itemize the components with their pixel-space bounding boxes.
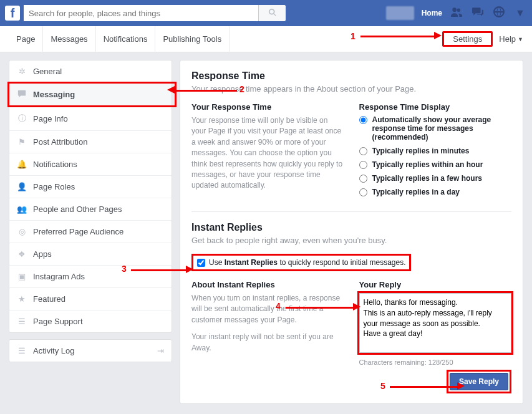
sidebar-item-label: Featured xyxy=(33,294,65,304)
avatar[interactable] xyxy=(386,6,414,20)
sidebar-item-apps[interactable]: ❖ Apps xyxy=(9,243,172,266)
radio-minutes[interactable]: Typically replies in minutes xyxy=(359,147,512,155)
sidebar-item-page-info[interactable]: ⓘ Page Info xyxy=(9,107,172,131)
checkbox-label: Use Instant Replies to quickly respond t… xyxy=(209,258,405,267)
instant-replies-checkbox[interactable] xyxy=(197,259,205,267)
char-remaining: Characters remaining: 128/250 xyxy=(359,359,512,366)
sidebar-item-label: Messaging xyxy=(33,90,75,99)
page-tabbar: Page Messages Notifications Publishing T… xyxy=(0,26,532,52)
sidebar-item-messaging[interactable]: Messaging xyxy=(9,83,172,107)
radio-auto[interactable]: Automatically show your average response… xyxy=(359,115,512,142)
sidebar-item-activity-log[interactable]: ☰ Activity Log ⇥ xyxy=(9,340,172,362)
sidebar-item-label: People and Other Pages xyxy=(33,205,122,214)
radio-label: Typically replies in minutes xyxy=(372,147,470,155)
section-sub-instant: Get back to people right away, even when… xyxy=(191,236,511,245)
response-display-title: Response Time Display xyxy=(359,102,512,112)
tab-page[interactable]: Page xyxy=(9,26,43,52)
sidebar-item-label: Post Attribution xyxy=(33,137,87,147)
sidebar-item-label: Apps xyxy=(33,249,52,259)
sidebar-item-post-attribution[interactable]: ⚑ Post Attribution xyxy=(9,131,172,153)
sidebar-item-people[interactable]: 👥 People and Other Pages xyxy=(9,198,172,221)
search-input[interactable] xyxy=(24,5,258,21)
sidebar-item-label: Notifications xyxy=(33,160,77,169)
about-instant-note: Your instant reply will not be sent if y… xyxy=(191,332,344,354)
tab-notifications[interactable]: Notifications xyxy=(96,26,156,52)
about-instant-text: When you turn on instant replies, a resp… xyxy=(191,293,344,325)
flag-icon: ⚑ xyxy=(17,137,27,147)
about-instant-title: About Instant Replies xyxy=(191,280,344,289)
star-icon: ★ xyxy=(17,294,27,304)
content-area: ✲ General Messaging ⓘ Page Info ⚑ Post A… xyxy=(0,52,532,412)
radio-input[interactable] xyxy=(359,188,367,196)
messages-icon[interactable] xyxy=(471,6,485,20)
annotation-highlight-settings: Settings xyxy=(442,31,493,47)
radio-label: Typically replies in a day xyxy=(372,188,460,196)
sidebar-item-preferred-audience[interactable]: ◎ Preferred Page Audience xyxy=(9,221,172,243)
radio-fewhours[interactable]: Typically replies in a few hours xyxy=(359,174,512,183)
globe-icon[interactable] xyxy=(492,6,506,20)
search-icon xyxy=(268,8,277,19)
sidebar-item-label: Page Support xyxy=(33,317,83,326)
bell-icon: 🔔 xyxy=(17,160,27,169)
sidebar-item-general[interactable]: ✲ General xyxy=(9,60,172,83)
instagram-icon: ▣ xyxy=(17,272,27,281)
sidebar-item-page-support[interactable]: ☰ Page Support xyxy=(9,310,172,332)
settings-sidebar: ✲ General Messaging ⓘ Page Info ⚑ Post A… xyxy=(9,60,172,404)
section-title-response-time: Response Time xyxy=(191,70,511,82)
tab-help[interactable]: Help▼ xyxy=(499,34,523,44)
top-bar: f Home ▼ xyxy=(0,0,532,26)
main-panel: Response Time Your response time appears… xyxy=(180,60,523,404)
reply-textarea[interactable] xyxy=(359,293,512,353)
sidebar-item-label: Activity Log xyxy=(33,346,74,355)
chat-icon xyxy=(17,89,27,100)
radio-input[interactable] xyxy=(359,161,367,169)
search-button[interactable] xyxy=(258,5,286,21)
friend-requests-icon[interactable] xyxy=(450,6,463,20)
tab-messages[interactable]: Messages xyxy=(43,26,95,52)
facebook-logo-icon[interactable]: f xyxy=(5,6,20,21)
radio-input[interactable] xyxy=(359,147,367,155)
sidebar-item-instagram[interactable]: ▣ Instagram Ads xyxy=(9,266,172,288)
tab-settings[interactable]: Settings xyxy=(447,32,488,46)
section-title-instant-replies: Instant Replies xyxy=(191,222,511,233)
person-icon: 👤 xyxy=(17,182,27,191)
apps-icon: ❖ xyxy=(17,249,27,259)
home-link[interactable]: Home xyxy=(422,9,442,17)
people-icon: 👥 xyxy=(17,205,27,214)
your-response-time-title: Your Response Time xyxy=(191,102,344,112)
your-reply-title: Your Reply xyxy=(359,280,512,289)
search-wrap xyxy=(24,5,286,21)
sidebar-item-label: Preferred Page Audience xyxy=(33,227,123,236)
radio-hour[interactable]: Typically replies within an hour xyxy=(359,160,512,169)
radio-label: Typically replies in a few hours xyxy=(372,174,483,183)
sidebar-item-page-roles[interactable]: 👤 Page Roles xyxy=(9,176,172,198)
sidebar-item-notifications[interactable]: 🔔 Notifications xyxy=(9,153,172,176)
radio-label: Automatically show your average response… xyxy=(372,115,512,142)
your-response-time-text: Your response time will only be visible … xyxy=(191,115,344,191)
sidebar-item-label: Page Roles xyxy=(33,182,75,191)
annotation-highlight-save: Save Reply xyxy=(447,370,511,393)
support-icon: ☰ xyxy=(17,317,27,326)
sidebar-item-label: General xyxy=(33,67,62,76)
sidebar-item-label: Instagram Ads xyxy=(33,272,85,281)
radio-input[interactable] xyxy=(359,116,367,124)
chevron-down-icon: ▼ xyxy=(518,36,523,42)
sidebar-item-featured[interactable]: ★ Featured xyxy=(9,288,172,310)
topbar-right: Home ▼ xyxy=(386,6,527,20)
tab-publishing-tools[interactable]: Publishing Tools xyxy=(155,26,230,52)
info-icon: ⓘ xyxy=(17,113,27,124)
radio-input[interactable] xyxy=(359,175,367,183)
gear-icon: ✲ xyxy=(17,67,27,76)
sidebar-item-label: Page Info xyxy=(33,114,68,123)
section-sub: Your response time appears in the About … xyxy=(191,84,511,94)
radio-day[interactable]: Typically replies in a day xyxy=(359,188,512,196)
instant-replies-checkbox-row[interactable]: Use Instant Replies to quickly respond t… xyxy=(191,254,411,271)
account-dropdown-icon[interactable]: ▼ xyxy=(513,7,527,19)
radio-label: Typically replies within an hour xyxy=(372,160,483,169)
list-icon: ☰ xyxy=(17,346,27,355)
target-icon: ◎ xyxy=(17,227,27,236)
arrow-right-icon: ⇥ xyxy=(157,346,164,355)
save-reply-button[interactable]: Save Reply xyxy=(450,373,508,390)
